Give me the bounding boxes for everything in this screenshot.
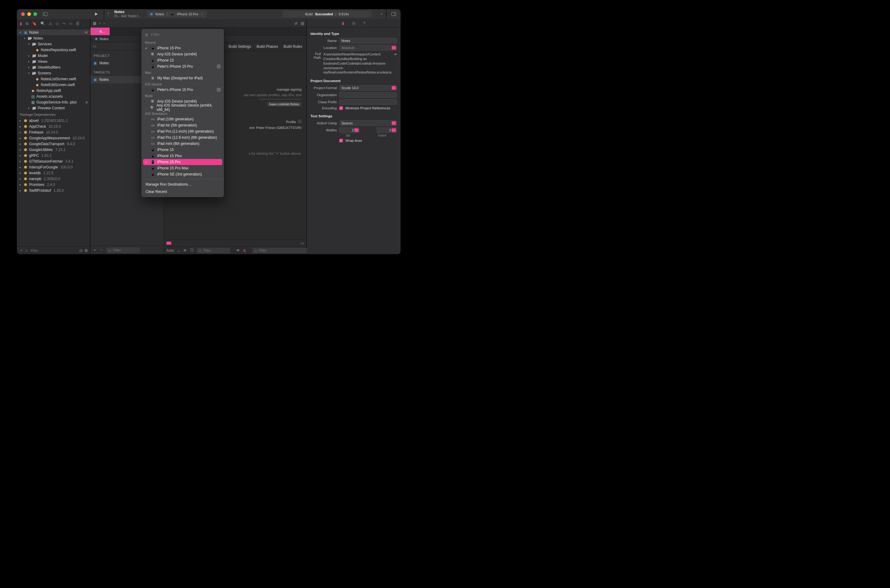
tree-group[interactable]: ▾ Screens	[17, 70, 90, 76]
organization-field[interactable]	[339, 92, 397, 98]
tree-file[interactable]: NoteEditScreen.swift	[17, 82, 90, 88]
file-tree[interactable]: ▾ Notes M ▾ Notes ▾ Services NotesReposi…	[17, 28, 90, 246]
remove-target-button[interactable]: －	[99, 248, 103, 253]
tree-file[interactable]: GoogleService-Info .plist A	[17, 99, 90, 105]
scm-filter-icon[interactable]: ⊞	[84, 248, 88, 253]
package-row[interactable]: ▸InteropForGoogle 100.0.0	[17, 164, 90, 170]
issues-icon[interactable]: ⚠	[49, 21, 52, 26]
compare-icon[interactable]: ⇄	[295, 21, 298, 26]
destination-row[interactable]: iPhone 15	[141, 147, 224, 153]
tree-file[interactable]: NotesRepository.swift	[17, 47, 90, 52]
scheme-selector[interactable]: Notes ⟩ iPhone 15 Pro ⌄	[147, 11, 207, 18]
destination-row[interactable]: iPhone 15	[141, 57, 224, 63]
canvas-chip[interactable]	[167, 242, 171, 245]
run-button[interactable]	[92, 12, 100, 16]
forward-button[interactable]: ›	[104, 21, 105, 26]
info-icon[interactable]: ⓘ	[298, 119, 302, 124]
package-row[interactable]: ▸GTMSessionFetcher 3.4.1	[17, 158, 90, 164]
class-prefix-field[interactable]	[339, 99, 397, 105]
destination-row[interactable]: Peter's iPhone 15 Pro	[141, 63, 224, 69]
search-icon[interactable]: 🔍	[41, 21, 45, 26]
clock-icon[interactable]: ◷	[79, 248, 82, 253]
eye-icon[interactable]: 👁	[236, 248, 240, 253]
destination-row[interactable]: iPad Pro (12.9-inch) (6th generation)	[141, 135, 224, 141]
jump-bar[interactable]: ▦ ‹ › ⇄ ▤	[90, 19, 307, 28]
tree-group[interactable]: ▸ Views	[17, 58, 90, 64]
close-window-button[interactable]	[21, 12, 25, 16]
back-button[interactable]: ‹	[99, 21, 101, 26]
add-file-button[interactable]: ＋	[19, 248, 23, 253]
help-inspector-icon[interactable]: ?	[363, 21, 365, 26]
package-row[interactable]: ▸abseil 1.2024011601.1	[17, 118, 90, 123]
history-inspector-icon[interactable]: ◷	[352, 21, 355, 26]
destination-row[interactable]: iPhone 15 Pro Max	[141, 165, 224, 171]
team-select[interactable]	[259, 99, 302, 100]
tree-group[interactable]: ▸ ViewModifiers	[17, 64, 90, 70]
package-row[interactable]: ▸Promises 2.4.0	[17, 182, 90, 188]
targets-filter-input[interactable]	[113, 248, 137, 252]
tree-file[interactable]: NotesListScreen.swift	[17, 76, 90, 82]
auto-label[interactable]: Auto	[167, 248, 174, 253]
indent-using-select[interactable]: Spaces	[339, 120, 397, 126]
variables-filter-input[interactable]	[203, 248, 228, 253]
tests-icon[interactable]: ◇	[56, 21, 59, 26]
package-row[interactable]: ▸Firebase 10.24.0	[17, 129, 90, 135]
clear-recent[interactable]: Clear Recent	[141, 188, 224, 195]
reveal-icon[interactable]: ➜	[394, 52, 397, 56]
bundle-id-field[interactable]: base.codelab.Notes	[267, 102, 302, 106]
manage-destinations[interactable]: Manage Run Destinations…	[141, 181, 224, 188]
related-items-icon[interactable]: ▦	[93, 21, 96, 26]
destination-row[interactable]: Any iOS Simulator Device (arm64, x86_64)	[141, 104, 224, 111]
destination-row[interactable]: iPad Pro (11-inch) (4th generation)	[141, 128, 224, 135]
sidebar-toggle-icon[interactable]	[41, 12, 50, 16]
tree-group[interactable]: ▸ Model	[17, 52, 90, 58]
tree-file[interactable]: NotesApp.swift	[17, 88, 90, 93]
destination-row[interactable]: Any iOS Device (arm64)	[141, 51, 224, 57]
destination-row[interactable]: Peter's iPhone 15 Pro	[141, 87, 224, 93]
targets-filter[interactable]: ⌕	[106, 248, 140, 253]
tree-file[interactable]: Assets.xcassets	[17, 93, 90, 99]
package-row[interactable]: ▸GoogleUtilities 7.13.1	[17, 147, 90, 153]
add-target-button[interactable]: ＋	[93, 248, 96, 253]
tab-build-phases[interactable]: Build Phases	[257, 44, 278, 49]
minimize-window-button[interactable]	[27, 12, 31, 16]
destination-row[interactable]: iPhone 15 Plus	[141, 153, 224, 159]
destination-row[interactable]: ✓iPhone 15 Pro	[141, 45, 224, 51]
metrics-icon[interactable]: ≣	[243, 248, 246, 253]
package-row[interactable]: ▸SwiftProtobuf 1.26.0	[17, 188, 90, 193]
tab-build-rules[interactable]: Build Rules	[284, 44, 302, 49]
debug-icon[interactable]: ⤳	[62, 21, 65, 26]
destination-row[interactable]: iPad (10th generation)	[141, 116, 224, 122]
location-select[interactable]: Absolute	[339, 45, 397, 51]
package-row[interactable]: ▸gRPC 1.62.2	[17, 153, 90, 158]
info-icon[interactable]: ⓘ	[190, 248, 194, 253]
encoding-checkbox[interactable]: ✓	[339, 106, 343, 110]
name-field[interactable]: Notes	[339, 38, 397, 44]
eye-icon[interactable]: 👁	[183, 248, 187, 253]
file-inspector-icon[interactable]: ▮	[342, 21, 344, 26]
zoom-window-button[interactable]	[33, 12, 37, 16]
project-navigator-icon[interactable]	[20, 21, 22, 26]
tree-root[interactable]: ▾ Notes M	[17, 29, 90, 35]
canvas-settings-icon[interactable]: ▭	[301, 241, 304, 245]
reports-icon[interactable]: ☰	[76, 21, 80, 26]
destination-row[interactable]: My Mac (Designed for iPad)	[141, 75, 224, 81]
project-format-select[interactable]: Xcode 14.0	[339, 85, 397, 91]
tree-group[interactable]: ▾ Notes	[17, 35, 90, 41]
source-control-icon[interactable]: ⧉	[26, 21, 29, 26]
navigator-filter-input[interactable]	[30, 248, 77, 253]
tab-build-settings[interactable]: Build Settings	[229, 44, 251, 49]
editor-tab[interactable]: N…	[90, 28, 110, 35]
tree-group[interactable]: ▾ Services	[17, 41, 90, 47]
wrap-lines-checkbox[interactable]: ✓	[339, 139, 343, 142]
destination-row[interactable]: ✓iPhone 15 Pro	[143, 159, 222, 165]
package-row[interactable]: ▸nanopb 2.30910.0	[17, 176, 90, 182]
breakpoints-icon[interactable]: ▭	[69, 21, 72, 26]
destination-filter-input[interactable]	[150, 32, 220, 37]
package-row[interactable]: ▸GoogleDataTransport 9.4.0	[17, 141, 90, 147]
outline-toggle-icon[interactable]: ▭	[93, 44, 96, 48]
library-button[interactable]	[391, 12, 396, 16]
console-filter-input[interactable]	[259, 248, 308, 253]
tree-group[interactable]: ▸ Preview Content	[17, 105, 90, 111]
destination-row[interactable]: iPad Air (5th generation)	[141, 122, 224, 128]
